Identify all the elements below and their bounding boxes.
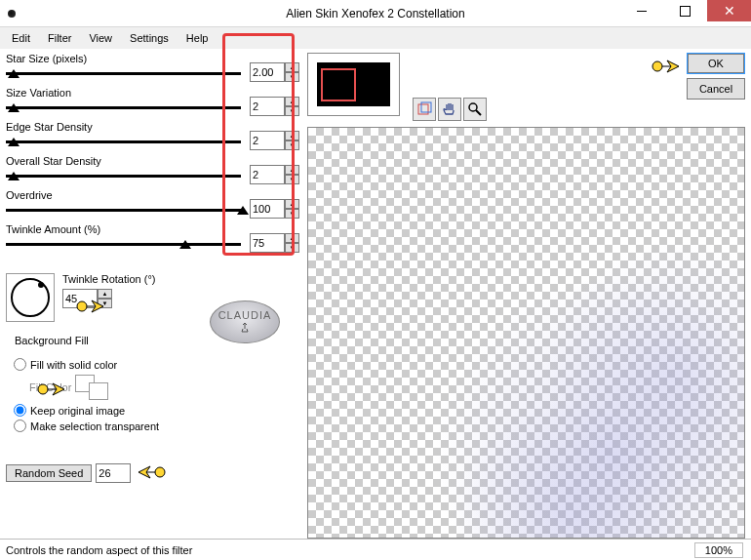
slider-row: Overdrive▲▼ — [6, 189, 299, 223]
slider-row: Twinkle Amount (%)▲▼ — [6, 223, 299, 258]
slider-input[interactable] — [250, 199, 285, 219]
spin-down[interactable]: ▼ — [285, 175, 299, 184]
zoom-icon[interactable] — [463, 98, 487, 121]
radio-fill-solid[interactable]: Fill with solid color — [14, 358, 292, 371]
spin-down[interactable]: ▼ — [285, 243, 299, 253]
spin-up[interactable]: ▲ — [285, 131, 299, 140]
menu-help[interactable]: Help — [178, 30, 217, 46]
slider-thumb[interactable] — [8, 103, 20, 112]
slider-track[interactable] — [6, 72, 241, 75]
background-fill-legend: Background Fill — [12, 335, 92, 346]
twinkle-rotation-label: Twinkle Rotation (°) — [62, 273, 156, 285]
spin-down[interactable]: ▼ — [285, 140, 299, 150]
svg-point-5 — [469, 103, 477, 111]
slider-thumb[interactable] — [237, 206, 249, 215]
random-seed-input[interactable] — [96, 463, 131, 483]
status-text: Controls the random aspect of this filte… — [6, 544, 192, 556]
spin-up[interactable]: ▲ — [285, 199, 299, 209]
pointer-annotation — [135, 460, 166, 486]
spin-down[interactable]: ▼ — [98, 299, 112, 308]
menu-settings[interactable]: Settings — [122, 30, 177, 46]
slider-row: Star Size (pixels)▲▼ — [6, 53, 299, 87]
fill-color-label: Fill Color — [29, 381, 71, 393]
cancel-button[interactable]: Cancel — [687, 78, 745, 100]
background-fill-group: Background Fill Fill with solid color Fi… — [6, 341, 299, 443]
menu-filter[interactable]: Filter — [40, 30, 79, 46]
slider-label: Edge Star Density — [6, 121, 93, 133]
navigator[interactable] — [307, 53, 400, 116]
radio-keep-original[interactable]: Keep original image — [14, 404, 292, 417]
spin-down[interactable]: ▼ — [285, 106, 299, 116]
slider-input[interactable] — [250, 233, 285, 253]
maximize-button[interactable] — [663, 0, 707, 21]
slider-input[interactable] — [250, 62, 285, 82]
radio-make-transparent[interactable]: Make selection transparent — [14, 420, 292, 432]
slider-row: Overall Star Density▲▼ — [6, 155, 299, 189]
slider-thumb[interactable] — [8, 172, 20, 180]
pan-icon[interactable] — [438, 98, 461, 121]
menubar: Edit Filter View Settings Help — [0, 27, 751, 49]
slider-label: Overall Star Density — [6, 155, 101, 167]
slider-input[interactable] — [250, 165, 285, 184]
window-title: Alien Skin Xenofex 2 Constellation — [286, 7, 464, 20]
menu-view[interactable]: View — [81, 30, 120, 46]
fill-color-secondary[interactable] — [89, 382, 108, 400]
slider-row: Size Variation▲▼ — [6, 87, 299, 121]
spin-up[interactable]: ▲ — [285, 62, 299, 72]
menu-edit[interactable]: Edit — [4, 30, 38, 46]
slider-track[interactable] — [6, 243, 241, 246]
slider-input[interactable] — [250, 131, 285, 150]
slider-input[interactable] — [250, 97, 285, 116]
slider-label: Overdrive — [6, 189, 53, 201]
ok-button[interactable]: OK — [687, 53, 745, 74]
minimize-button[interactable] — [619, 0, 663, 21]
watermark-badge: CLAUDIA — [210, 300, 280, 343]
random-seed-button[interactable]: Random Seed — [6, 464, 92, 482]
app-icon — [6, 6, 21, 21]
svg-point-2 — [155, 467, 165, 477]
slider-track[interactable] — [6, 140, 241, 143]
slider-track[interactable] — [6, 106, 241, 109]
spin-down[interactable]: ▼ — [285, 72, 299, 82]
spin-up[interactable]: ▲ — [285, 165, 299, 175]
zoom-level[interactable]: 100% — [694, 542, 743, 558]
slider-track[interactable] — [6, 175, 241, 178]
spin-up[interactable]: ▲ — [285, 97, 299, 106]
slider-label: Twinkle Amount (%) — [6, 223, 100, 235]
twinkle-rotation-input[interactable] — [62, 289, 98, 308]
statusbar: Controls the random aspect of this filte… — [0, 539, 751, 560]
slider-label: Size Variation — [6, 87, 71, 99]
spin-up[interactable]: ▲ — [98, 289, 112, 299]
titlebar: Alien Skin Xenofex 2 Constellation — [0, 0, 751, 27]
slider-label: Star Size (pixels) — [6, 53, 87, 64]
controls-panel: Star Size (pixels)▲▼Size Variation▲▼Edge… — [0, 49, 307, 539]
close-button[interactable] — [707, 0, 751, 21]
slider-row: Edge Star Density▲▼ — [6, 121, 299, 155]
spin-up[interactable]: ▲ — [285, 233, 299, 243]
preview-area[interactable] — [307, 127, 745, 539]
slider-thumb[interactable] — [8, 138, 20, 146]
slider-thumb[interactable] — [8, 69, 20, 78]
slider-thumb[interactable] — [179, 240, 191, 249]
slider-track[interactable] — [6, 209, 241, 212]
preview-toggle-icon[interactable] — [413, 98, 436, 121]
spin-down[interactable]: ▼ — [285, 209, 299, 219]
svg-line-6 — [476, 110, 481, 115]
twinkle-rotation-dial[interactable] — [6, 273, 55, 322]
